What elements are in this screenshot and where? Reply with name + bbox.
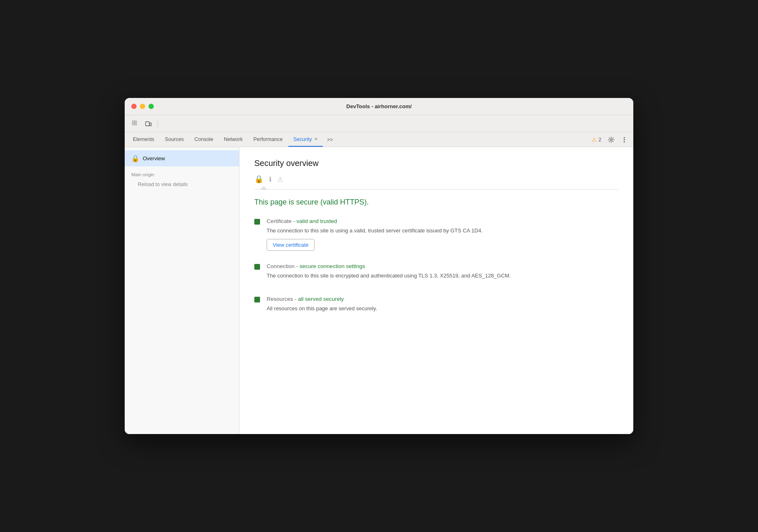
certificate-status: valid and trusted — [297, 218, 337, 224]
warning-sm-icon: ⚠ — [277, 175, 283, 183]
tab-bar: Elements Sources Console Network Perform… — [125, 132, 633, 147]
tab-security[interactable]: Security ✕ — [288, 132, 323, 147]
svg-point-7 — [624, 137, 625, 138]
sidebar-main-origin-label: Main origin — [125, 166, 239, 179]
certificate-title: Certificate - valid and trusted — [267, 218, 619, 224]
traffic-lights — [131, 104, 154, 109]
connection-content: Connection - secure connection settings … — [267, 263, 619, 284]
inspect-element-icon[interactable] — [130, 118, 141, 130]
svg-rect-0 — [132, 121, 134, 123]
svg-rect-5 — [150, 123, 151, 126]
info-icon: ℹ — [269, 175, 272, 183]
maximize-button[interactable] — [148, 104, 154, 109]
warning-icon: ⚠ — [591, 136, 597, 143]
sidebar: 🔒 Overview Main origin Reload to view de… — [125, 147, 240, 434]
view-certificate-button[interactable]: View certificate — [267, 239, 315, 251]
resources-title: Resources - all served securely — [267, 296, 619, 302]
divider-line — [254, 189, 619, 190]
lock-icon: 🔒 — [131, 155, 139, 162]
tab-performance[interactable]: Performance — [249, 132, 288, 147]
sidebar-overview-label: Overview — [143, 155, 165, 161]
svg-point-8 — [624, 139, 625, 140]
green-lock-icon: 🔒 — [254, 175, 263, 184]
page-title: Security overview — [254, 159, 619, 168]
device-toggle-icon[interactable] — [143, 118, 154, 130]
svg-rect-1 — [135, 121, 137, 123]
sidebar-reload-item[interactable]: Reload to view details — [125, 179, 239, 190]
tab-network[interactable]: Network — [219, 132, 248, 147]
resources-content: Resources - all served securely All reso… — [267, 296, 619, 317]
certificate-content: Certificate - valid and trusted The conn… — [267, 218, 619, 251]
certificate-status-indicator — [254, 219, 260, 225]
connection-title: Connection - secure connection settings — [267, 263, 619, 269]
sidebar-item-overview[interactable]: 🔒 Overview — [125, 150, 239, 166]
close-tab-icon[interactable]: ✕ — [314, 136, 318, 142]
resources-section: Resources - all served securely All reso… — [254, 296, 619, 317]
connection-status: secure connection settings — [299, 263, 365, 269]
more-options-icon[interactable] — [619, 134, 630, 146]
secure-headline: This page is secure (valid HTTPS). — [254, 198, 619, 207]
window-title: DevTools - airhorner.com/ — [346, 103, 411, 109]
svg-rect-4 — [146, 122, 149, 126]
security-icons: 🔒 ℹ ⚠ — [254, 175, 619, 184]
svg-point-6 — [610, 139, 612, 141]
divider-container — [254, 186, 619, 190]
warning-count: 2 — [598, 137, 601, 143]
connection-status-indicator — [254, 264, 260, 270]
resources-status-indicator — [254, 297, 260, 302]
tab-elements[interactable]: Elements — [128, 132, 159, 147]
tab-sources[interactable]: Sources — [160, 132, 189, 147]
connection-section: Connection - secure connection settings … — [254, 263, 619, 284]
svg-rect-2 — [132, 123, 134, 125]
devtools-body: 🔒 Overview Main origin Reload to view de… — [125, 147, 633, 434]
toolbar-separator — [158, 120, 158, 127]
svg-rect-3 — [135, 123, 137, 125]
certificate-section: Certificate - valid and trusted The conn… — [254, 218, 619, 251]
tab-overflow[interactable]: >> — [324, 132, 336, 147]
certificate-description: The connection to this site is using a v… — [267, 227, 619, 235]
toolbar — [125, 115, 633, 132]
devtools-window: DevTools - airhorner.com/ Elements Sourc… — [125, 98, 633, 434]
main-content: Security overview 🔒 ℹ ⚠ This page is sec… — [240, 147, 633, 434]
connection-description: The connection to this site is encrypted… — [267, 272, 619, 280]
warning-badge[interactable]: ⚠ 2 — [589, 136, 604, 144]
resources-status: all served securely — [298, 296, 344, 302]
settings-icon[interactable] — [605, 134, 617, 146]
resources-description: All resources on this page are served se… — [267, 305, 619, 313]
svg-point-9 — [624, 141, 625, 142]
tab-console[interactable]: Console — [190, 132, 218, 147]
close-button[interactable] — [131, 104, 137, 109]
titlebar: DevTools - airhorner.com/ — [125, 98, 633, 115]
minimize-button[interactable] — [140, 104, 145, 109]
